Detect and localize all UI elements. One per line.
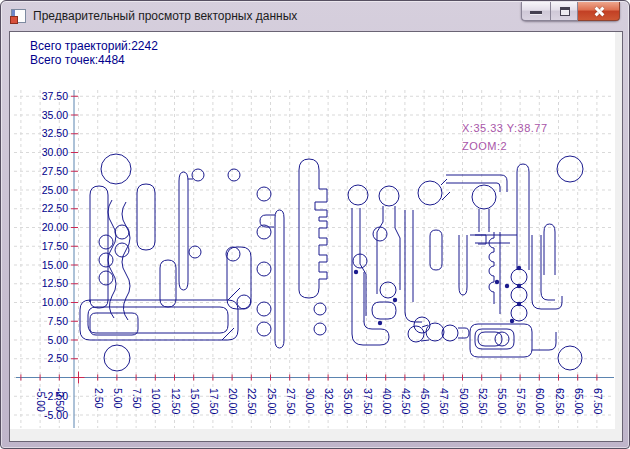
maximize-button[interactable] [550,2,578,21]
maximize-icon [560,7,570,16]
trace-circle [189,246,201,258]
trace-path [377,206,383,294]
trace-circle [99,235,113,249]
trace-circle [511,287,527,303]
x-axis-label: 57.50 [515,388,527,414]
x-axis-label: 55.00 [496,388,508,414]
trace-circle [472,185,496,209]
trace-circle [115,243,129,257]
trace-circle [314,303,326,315]
trace-path [541,235,555,300]
minimize-button[interactable] [521,2,550,21]
x-axis-label: 45.00 [419,388,431,414]
trace-circle [257,302,271,316]
vector-plot[interactable]: 37.5035.0032.5030.0027.5025.0022.5020.00… [10,32,615,429]
junction-dot [510,319,514,323]
y-axis-label: 17.50 [42,240,68,252]
x-axis-label: 40.00 [381,388,393,414]
x-axis-label: 32.50 [323,388,335,414]
x-axis-label: 2.50 [93,388,105,409]
junction-dot [393,298,397,302]
titlebar[interactable]: Предварительный просмотр векторных данны… [1,1,629,31]
x-axis-label: 47.50 [438,388,450,414]
cursor-position-label: X:35.33 Y:38.77 [462,122,548,134]
x-axis-label: 15.00 [189,388,201,414]
trace-circle [511,305,527,321]
trace-path [352,208,389,345]
trace-path [299,159,327,298]
x-axis-label: -5.00 [35,388,47,412]
x-axis-label: 60.00 [534,388,546,414]
y-axis-label: 32.50 [42,127,68,139]
trace-path [88,307,228,333]
trace-path [80,300,238,340]
x-axis-label: 35.00 [342,388,354,414]
form-app-icon [11,9,26,23]
y-axis-label: 7.50 [48,315,69,327]
trace-path [137,184,155,250]
trace-circle [373,227,387,241]
close-button[interactable] [578,2,620,21]
y-axis-label: 27.50 [42,165,68,177]
x-axis-label: 12.50 [170,388,182,414]
trace-path [430,230,442,270]
minimize-icon [530,11,542,14]
x-axis-label: 37.50 [362,388,374,414]
x-axis-label: 65.00 [573,388,585,414]
trace-path [422,325,428,327]
x-axis-label: 42.50 [400,388,412,414]
y-axis-label: 30.00 [42,146,68,158]
trace-path [372,302,396,319]
trace-circle [380,282,396,298]
y-axis-label: 12.50 [42,277,68,289]
trace-path [458,328,469,338]
junction-dot [354,270,358,274]
total-points-label: Всего точек:4484 [30,53,125,67]
trace-path [395,206,400,290]
trace-circle [257,322,271,336]
junction-dot [517,266,521,270]
x-axis-label: 27.50 [285,388,297,414]
y-axis-label: 37.50 [42,90,68,102]
plot-canvas: 37.5035.0032.5030.0027.5025.0022.5020.00… [10,32,615,429]
x-axis-label: 25.00 [266,388,278,414]
client-area: 37.5035.0032.5030.0027.5025.0022.5020.00… [9,31,623,442]
trace-path [532,332,556,350]
trace-circle [257,187,271,201]
trace-path [90,186,108,308]
preview-window: Предварительный просмотр векторных данны… [0,0,630,449]
caption-buttons [521,2,620,21]
trace-path [360,208,366,316]
x-axis-label: 50.00 [458,388,470,414]
junction-dot [495,280,499,284]
trace-path [441,179,447,185]
trace-circle [426,323,444,341]
y-axis-label: 22.50 [42,202,68,214]
window-title: Предварительный просмотр векторных данны… [33,9,297,23]
x-axis-label: 62.50 [554,388,566,414]
trace-circle [228,169,240,181]
y-axis-label: 10.00 [42,296,68,308]
trace-circle [558,346,582,370]
trace-path [275,210,284,348]
x-axis-label: 17.50 [208,388,220,414]
trace-circle [418,181,442,205]
x-axis-label: 7.50 [131,388,143,409]
zoom-level-label: ZOOM:2 [462,140,507,152]
x-axis-label: 52.50 [477,388,489,414]
trace-path [517,164,529,270]
trace-circle [257,262,271,276]
junction-dot [517,302,521,306]
close-icon [593,6,605,17]
trace-circle [379,186,399,206]
junction-dot [505,284,509,288]
junction-dot [378,321,382,325]
trace-circle [226,247,240,261]
x-axis-label: 22.50 [246,388,258,414]
junction-dot [517,284,521,288]
trace-circle [557,156,583,182]
y-axis-label: 20.00 [42,221,68,233]
x-axis-label: 67.50 [592,388,604,414]
trace-circle [99,271,113,285]
total-trajectories-label: Всего траекторий:2242 [30,39,158,53]
